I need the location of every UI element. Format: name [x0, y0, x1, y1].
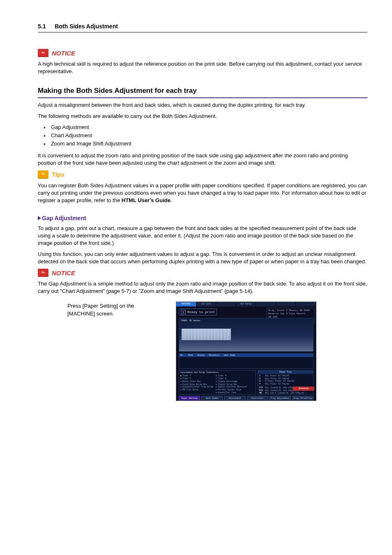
device-panel: TONER RU Heater — [179, 318, 314, 352]
notice-block-2: ✎ NOTICE — [38, 269, 367, 277]
notice-1-text: A high technical skill is required to ad… — [38, 60, 367, 75]
step-1-text: Press [Paper Setting] on the [MACHINE] s… — [67, 302, 162, 401]
heading-making-adjustment: Making the Both Sides Adjustment for eac… — [38, 87, 367, 98]
tab[interactable]: Not Setup — [236, 302, 256, 306]
tab-joblist[interactable]: Job List — [196, 302, 217, 306]
print-tray-button[interactable]: Orig./PrintTray — [292, 396, 314, 401]
tab[interactable] — [296, 302, 316, 306]
subheading-gap-adjustment: Gap Adjustment — [38, 215, 367, 221]
notice-2-text: The Gap Adjustment is a simple method to… — [38, 280, 367, 295]
paper-tray-box: Paper Tray 1A4❏Plain62-74g/m22A3❏Plain62… — [258, 370, 314, 395]
triangle-icon — [38, 216, 41, 220]
tips-text-a: You can register Both Sides Adjustment v… — [38, 182, 367, 203]
subheading-text: Gap Adjustment — [42, 215, 86, 221]
section-title: Both Sides Adjustment — [55, 23, 118, 30]
notice-icon: ✎ — [38, 49, 48, 57]
tab-machine[interactable]: MACHINE — [176, 302, 196, 306]
para-3: It is convenient to adjust the zoom rati… — [38, 152, 367, 167]
notice-block-1: ✎ NOTICE — [38, 49, 367, 57]
device-illustration — [182, 329, 231, 340]
tab[interactable] — [276, 302, 296, 306]
machine-bottom-buttons: Paper Setting Both Sides Adjustment Cont… — [179, 396, 314, 401]
para-2: The following methods are available to c… — [38, 113, 367, 120]
schedule-button[interactable]: Schedule — [293, 387, 314, 391]
section-number: 5.1 — [38, 23, 46, 30]
notice-icon: ✎ — [38, 269, 48, 277]
para-1: Adjust a misalignment between the front … — [38, 101, 367, 109]
step-1-row: 1 Press [Paper Setting] on the [MACHINE]… — [38, 302, 367, 401]
job-list: No. Mode Status Minute(s) User Name — [179, 353, 314, 369]
notice-label: NOTICE — [52, 269, 75, 276]
tray-adj-button[interactable]: Tray Adjustment — [270, 396, 291, 401]
tab[interactable] — [256, 302, 276, 306]
ready-text: Ready to print — [187, 310, 215, 314]
tips-icon: ✎ — [38, 170, 48, 179]
tab[interactable] — [216, 302, 236, 306]
list-item: Gap Adjustment — [51, 123, 367, 131]
gap-para-2: Using this function, you can only enter … — [38, 251, 367, 265]
consumable-box: Consumable and Scrap Indicators Toner YT… — [179, 370, 256, 395]
adjustment-button[interactable]: Adjustment — [224, 396, 245, 401]
page-header: 5.1 Both Sides Adjustment — [38, 23, 367, 32]
machine-tabs: MACHINE Job List Not Setup — [176, 302, 316, 306]
tips-block: ✎ Tips — [38, 170, 367, 179]
machine-screenshot: MACHINE Job List Not Setup iReady to pri… — [176, 302, 316, 401]
ready-status: iReady to print — [179, 309, 217, 315]
list-item: Zoom and Image Shift Adjustment — [51, 140, 367, 148]
both-sides-button[interactable]: Both Sides — [201, 396, 223, 401]
methods-list: Gap Adjustment Chart Adjustment Zoom and… — [38, 123, 367, 148]
tips-text-ref: HTML User's Guide — [122, 197, 171, 203]
paper-setting-button[interactable]: Paper Setting — [179, 396, 200, 401]
info-icon: i — [181, 310, 186, 314]
tips-text: You can register Both Sides Adjustment v… — [38, 182, 367, 205]
gap-para-1: To adjust a gap, print out a chart, meas… — [38, 225, 367, 247]
notice-label: NOTICE — [52, 50, 75, 57]
tips-label: Tips — [52, 171, 65, 178]
tips-text-c: . — [171, 197, 172, 203]
list-item: Chart Adjustment — [51, 131, 367, 140]
step-number: 1 — [38, 302, 53, 401]
controller-button[interactable]: Controller — [247, 396, 268, 401]
